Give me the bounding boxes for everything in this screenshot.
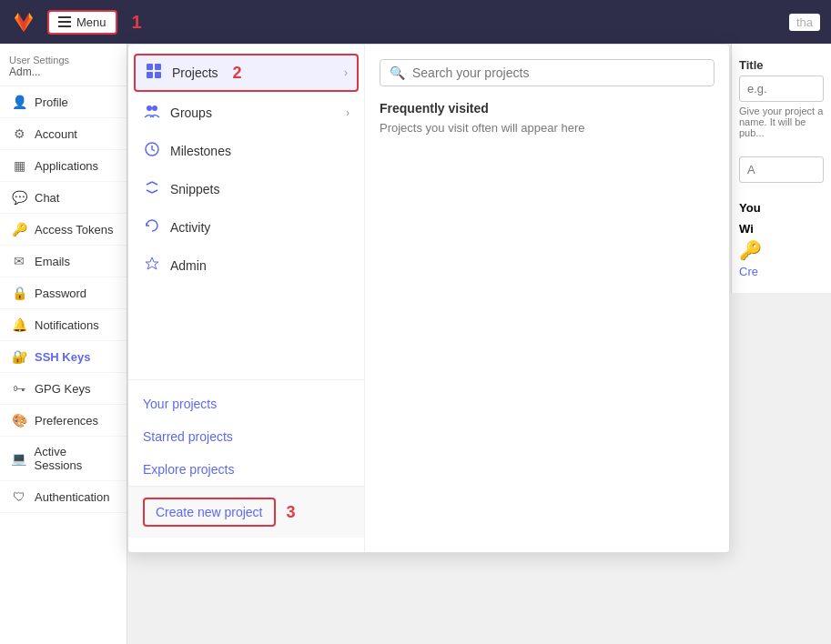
navbar: Menu 1 tha: [0, 0, 831, 44]
dropdown-flex-container: Projects 2 › Groups ›: [128, 52, 364, 545]
frequently-visited-title: Frequently visited: [380, 101, 714, 116]
svg-point-10: [152, 106, 157, 111]
sidebar-item-applications[interactable]: ▦ Applications: [0, 150, 127, 182]
sidebar-item-authentication[interactable]: 🛡 Authentication: [0, 481, 127, 513]
svg-marker-3: [15, 13, 18, 18]
ssh-keys-icon: 🔐: [11, 349, 27, 364]
visibility-input[interactable]: [739, 156, 824, 183]
title-label: Title: [739, 58, 824, 72]
title-section: Title Give your project a name. It will …: [739, 58, 824, 138]
svg-rect-7: [147, 72, 153, 78]
title-hint: Give your project a name. It will be pub…: [739, 106, 824, 138]
dropdown-item-snippets[interactable]: Snippets: [128, 170, 364, 208]
svg-rect-8: [155, 72, 161, 78]
dropdown-right-column: 🔍 Frequently visited Projects you visit …: [365, 45, 729, 552]
emails-icon: ✉: [11, 254, 27, 268]
svg-line-13: [152, 182, 157, 185]
active-sessions-icon: 💻: [11, 451, 27, 466]
you-label: You: [739, 201, 824, 215]
gitlab-fox-icon: [11, 9, 36, 35]
gitlab-logo: [11, 9, 36, 35]
create-new-project-button[interactable]: Create new project 3: [128, 486, 364, 538]
title-input[interactable]: [739, 75, 824, 102]
sidebar-item-label: Password: [35, 287, 86, 300]
navbar-right-text: tha: [789, 14, 820, 31]
win-label: Wi: [739, 222, 824, 236]
sidebar-item-label: Applications: [35, 159, 98, 173]
groups-icon: [143, 103, 161, 123]
key-icon: 🔑: [739, 239, 824, 261]
groups-label: Groups: [170, 106, 212, 120]
projects-icon: [145, 63, 163, 83]
groups-chevron-icon: ›: [346, 106, 350, 119]
sidebar: User Settings Adm... 👤 Profile ⚙ Account…: [0, 44, 127, 644]
admin-icon: [143, 256, 161, 276]
dropdown-left-top: Projects 2 › Groups ›: [128, 52, 364, 379]
sidebar-item-preferences[interactable]: 🎨 Preferences: [0, 405, 127, 437]
dropdown-left-column: Projects 2 › Groups ›: [128, 45, 365, 552]
sidebar-item-label: Emails: [35, 255, 70, 268]
your-projects-link[interactable]: Your projects: [128, 387, 364, 420]
main-layout: User Settings Adm... 👤 Profile ⚙ Account…: [0, 44, 831, 644]
explore-projects-link[interactable]: Explore projects: [128, 453, 364, 486]
sidebar-item-label: Profile: [35, 96, 68, 109]
sidebar-item-gpg-keys[interactable]: 🗝 GPG Keys: [0, 373, 127, 405]
dropdown-item-activity[interactable]: Activity: [128, 208, 364, 247]
projects-label: Projects: [172, 65, 218, 80]
step1-badge: 1: [132, 12, 142, 33]
notifications-icon: 🔔: [11, 317, 27, 332]
search-input[interactable]: [412, 65, 704, 80]
sidebar-item-account[interactable]: ⚙ Account: [0, 118, 127, 150]
svg-line-14: [147, 190, 152, 193]
step2-badge: 2: [233, 64, 242, 83]
dropdown-item-admin[interactable]: Admin: [128, 247, 364, 285]
svg-rect-5: [147, 64, 153, 70]
profile-icon: 👤: [11, 95, 27, 109]
sidebar-item-profile[interactable]: 👤 Profile: [0, 86, 127, 118]
svg-marker-4: [29, 13, 33, 18]
password-icon: 🔒: [11, 286, 27, 300]
dropdown-bottom-links: Your projects Starred projects Explore p…: [128, 379, 364, 545]
create-new-project-label-box: Create new project: [143, 498, 276, 527]
snippets-icon: [143, 179, 161, 199]
starred-projects-link[interactable]: Starred projects: [128, 420, 364, 453]
sidebar-item-label: Chat: [35, 191, 59, 205]
frequently-visited-desc: Projects you visit often will appear her…: [380, 121, 714, 135]
create-new-project-text: Create new project: [156, 505, 263, 519]
dropdown-item-groups[interactable]: Groups ›: [128, 94, 364, 132]
menu-button[interactable]: Menu: [47, 10, 117, 35]
sidebar-item-active-sessions[interactable]: 💻 Active Sessions: [0, 437, 127, 481]
svg-line-15: [152, 190, 157, 193]
access-tokens-icon: 🔑: [11, 222, 27, 236]
milestones-label: Milestones: [170, 144, 231, 158]
milestones-icon: [143, 141, 161, 161]
dropdown-item-milestones[interactable]: Milestones: [128, 132, 364, 170]
sidebar-user-section: User Settings Adm...: [0, 44, 127, 86]
search-icon: 🔍: [390, 65, 405, 80]
search-bar[interactable]: 🔍: [380, 59, 714, 86]
step3-badge: 3: [287, 503, 296, 522]
projects-chevron-icon: ›: [344, 66, 348, 79]
admin-label: Admin: [170, 258, 207, 273]
create-text: Cre: [739, 265, 824, 278]
svg-rect-6: [155, 64, 161, 70]
dropdown-item-projects[interactable]: Projects 2 ›: [134, 54, 359, 92]
sidebar-item-label: Authentication: [35, 490, 109, 504]
user-sub: Adm...: [9, 65, 117, 78]
svg-point-9: [147, 106, 152, 111]
sidebar-item-access-tokens[interactable]: 🔑 Access Tokens: [0, 214, 127, 246]
sidebar-item-label: SSH Keys: [35, 350, 90, 364]
sidebar-item-chat[interactable]: 💬 Chat: [0, 182, 127, 214]
gpg-keys-icon: 🗝: [11, 381, 27, 396]
snippets-label: Snippets: [170, 182, 219, 196]
svg-line-12: [147, 182, 152, 185]
sidebar-item-notifications[interactable]: 🔔 Notifications: [0, 309, 127, 341]
sidebar-item-ssh-keys[interactable]: 🔐 SSH Keys: [0, 341, 127, 373]
sidebar-item-password[interactable]: 🔒 Password: [0, 277, 127, 309]
account-icon: ⚙: [11, 126, 27, 141]
sidebar-item-label: Preferences: [35, 414, 98, 428]
content-area: Title Give your project a name. It will …: [731, 44, 831, 293]
applications-icon: ▦: [11, 158, 27, 173]
sidebar-item-emails[interactable]: ✉ Emails: [0, 246, 127, 277]
sidebar-item-label: Notifications: [35, 318, 99, 332]
